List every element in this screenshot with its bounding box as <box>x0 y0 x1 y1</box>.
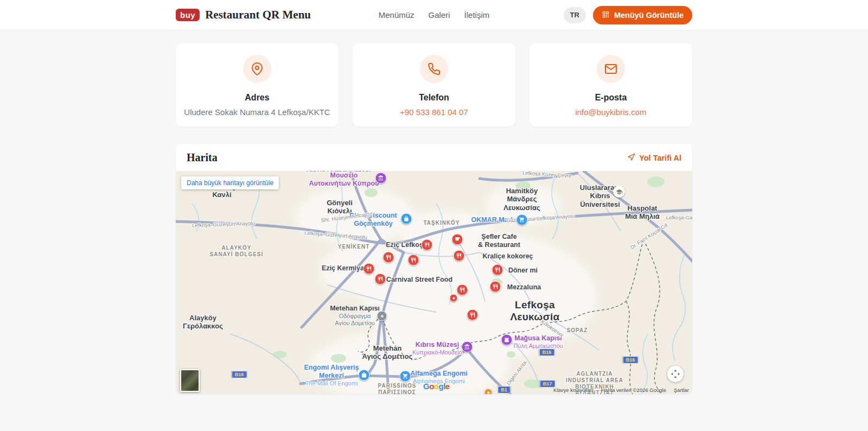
cart-marker[interactable] <box>400 371 411 382</box>
restaurant-marker[interactable] <box>383 252 394 263</box>
map-attribution: Klavye kısayolları Harita verileri ©2026… <box>553 387 689 393</box>
label-taskinkoy: TAŞKINKÖY <box>423 220 459 226</box>
location-pin-icon <box>243 55 271 83</box>
navigation-arrow-icon <box>627 153 635 163</box>
phone-title: Telefon <box>353 93 515 103</box>
email-value[interactable]: info@buykibris.com <box>529 107 692 117</box>
header: buy Restaurant QR Menu Menümüz Galeri İl… <box>0 0 868 30</box>
pan-control[interactable] <box>667 366 684 382</box>
label-carnival-street-food: Carnival Street Food <box>386 276 452 284</box>
label-sopaz: SOPAZ <box>567 327 588 334</box>
larger-map-link[interactable]: Daha büyük haritayı görüntüle <box>181 176 279 189</box>
label-gonyeli: GönyeliΚιόνελι <box>327 199 353 216</box>
road-badge: B16 <box>623 356 639 364</box>
map-data-text: Harita verileri ©2026 Google <box>601 387 666 393</box>
map-header: Harita Yol Tarifi Al <box>176 144 692 171</box>
label-haspolat: HaspolatΜιά Μηλιά <box>625 204 660 221</box>
label-doner-mi: Döner mi <box>508 267 538 275</box>
nav-menumuz[interactable]: Menümüz <box>379 10 414 20</box>
contact-cards: Adres Uludere Sokak Numara 4 Lefkoşa/KKT… <box>176 43 692 126</box>
cafe-marker[interactable] <box>452 234 463 245</box>
label-alaykoy: AlayköyΓερόλακκος <box>183 314 223 331</box>
directions-label: Yol Tarifi Al <box>639 154 681 162</box>
buy-logo: buy <box>176 9 200 21</box>
google-map[interactable]: Kıbrıs Araba MüzesiΜουσείοΑυτοκινήτων Κύ… <box>176 171 692 394</box>
nav-iletisim[interactable]: İletişim <box>464 10 490 20</box>
restaurant-marker[interactable] <box>408 255 419 266</box>
museum-marker[interactable] <box>462 341 473 353</box>
label-kibris-muzesi: Kıbrıs MüzesiΚυπριακό Μουσείο <box>412 341 462 356</box>
label-magusa-kapisi: Mağusa KapısıΠύλη Αμμοχώστου <box>513 334 563 350</box>
phone-icon <box>420 55 448 83</box>
restaurant-marker[interactable] <box>375 274 386 285</box>
road-guzelyurt-1: Lefkoşa–Güzelyurt Anayolu <box>192 220 255 228</box>
label-lefkosa: LefkoşaΛευκωσία <box>510 299 559 324</box>
label-ezic-lefkosa: Eziç Lefkoşa <box>386 241 427 249</box>
label-kralice-kokorec: Kraliçe kokoreç <box>482 252 533 261</box>
address-value: Uludere Sokak Numara 4 Lefkoşa/KKTC <box>176 107 339 117</box>
site-title: Restaurant QR Menu <box>205 8 311 22</box>
road-badge: B16 <box>232 371 247 378</box>
road-digeni-akrita: Digeni Akrita <box>505 360 528 386</box>
map-section: Harita Yol Tarifi Al <box>176 144 692 394</box>
road-kuzey-cevre: Lefkoşa Kuzey Çevre <box>522 171 572 179</box>
view-menu-button[interactable]: Menüyü Görüntüle <box>593 6 692 24</box>
label-mezzaluna: Mezzaluna <box>507 283 541 291</box>
dot-marker[interactable] <box>450 294 458 302</box>
university-marker[interactable] <box>613 186 625 198</box>
restaurant-marker[interactable] <box>492 264 503 276</box>
phone-card: Telefon +90 533 861 04 07 <box>353 43 515 126</box>
restaurant-marker[interactable] <box>457 284 468 296</box>
restaurant-marker[interactable] <box>454 250 465 262</box>
map-title: Harita <box>187 151 218 164</box>
label-hamitkoy: HamitköyΜάνδρεςΛευκωσίας <box>503 187 540 212</box>
main-nav: Menümüz Galeri İletişim <box>379 10 490 20</box>
header-right: TR Menüyü Görüntüle <box>564 6 692 24</box>
gate-marker[interactable] <box>501 334 513 346</box>
brand[interactable]: buy Restaurant QR Menu <box>176 8 311 22</box>
address-card: Adres Uludere Sokak Numara 4 Lefkoşa/KKT… <box>176 43 339 126</box>
move-arrows-icon <box>671 370 680 378</box>
museum-marker[interactable] <box>375 173 387 184</box>
road-lefkosa-gazima: Lefkoşa-Gazima <box>666 214 692 220</box>
qr-icon <box>602 10 610 20</box>
phone-value[interactable]: +90 533 861 04 07 <box>353 107 515 117</box>
directions-link[interactable]: Yol Tarifi Al <box>627 153 681 163</box>
label-metehan-kapisi: Metehan KapısıΟδόφραγμαΑγίου Δομετίου <box>330 305 380 327</box>
language-button[interactable]: TR <box>564 7 586 23</box>
restaurant-marker[interactable] <box>422 239 433 251</box>
label-engomi-mall: Engomi AlışverişMerkeziThe Mall Of Engom… <box>304 364 359 386</box>
lock-marker[interactable] <box>401 213 412 225</box>
restaurant-marker[interactable] <box>363 263 375 275</box>
label-car-museum: ΜουσείοΑυτοκινήτων Κύπρου <box>309 172 379 188</box>
keyboard-shortcuts-link[interactable]: Klavye kısayolları <box>553 387 593 393</box>
restaurant-marker[interactable] <box>490 281 501 293</box>
view-menu-label: Menüyü Görüntüle <box>614 11 684 20</box>
nav-galeri[interactable]: Galeri <box>429 10 450 20</box>
label-metehan: MetehanΆγιος Δομέτιος <box>362 344 413 361</box>
cart-marker[interactable] <box>516 214 528 226</box>
terms-link[interactable]: Şartlar <box>674 387 689 393</box>
email-title: E-posta <box>529 93 692 103</box>
restaurant-marker[interactable] <box>467 309 478 321</box>
road-guzelyurt-2: Lefkoşa–Güzelyurt Anayolu <box>304 230 367 240</box>
label-sefler-cafe: Şefler Cafe& Restaurant <box>478 233 520 249</box>
road-badge: B17 <box>540 380 556 388</box>
road-badge: B16 <box>539 348 555 356</box>
satellite-layer-toggle[interactable] <box>180 369 200 392</box>
bag-marker[interactable] <box>359 370 370 381</box>
label-yenikent: YENİKENT <box>338 244 370 250</box>
label-ezic-kermiya: Eziç Kermiya <box>322 264 364 272</box>
label-alaykoy-sanayi: ALAYKÖYSANAYİ BÖLGESİ <box>210 245 264 258</box>
email-card: E-posta info@buykibris.com <box>529 43 692 126</box>
mail-icon <box>597 55 625 83</box>
road-badge: B1 <box>497 386 510 394</box>
map-overlay: Kıbrıs Araba MüzesiΜουσείοΑυτοκινήτων Κύ… <box>176 171 692 394</box>
dot-orange-marker[interactable] <box>484 389 493 395</box>
google-logo[interactable]: Google <box>423 382 450 391</box>
road-fazil-kucuk: Dr. Fazıl Küçük Cd <box>629 222 669 251</box>
gray-marker[interactable] <box>377 311 387 321</box>
address-title: Adres <box>176 93 339 103</box>
